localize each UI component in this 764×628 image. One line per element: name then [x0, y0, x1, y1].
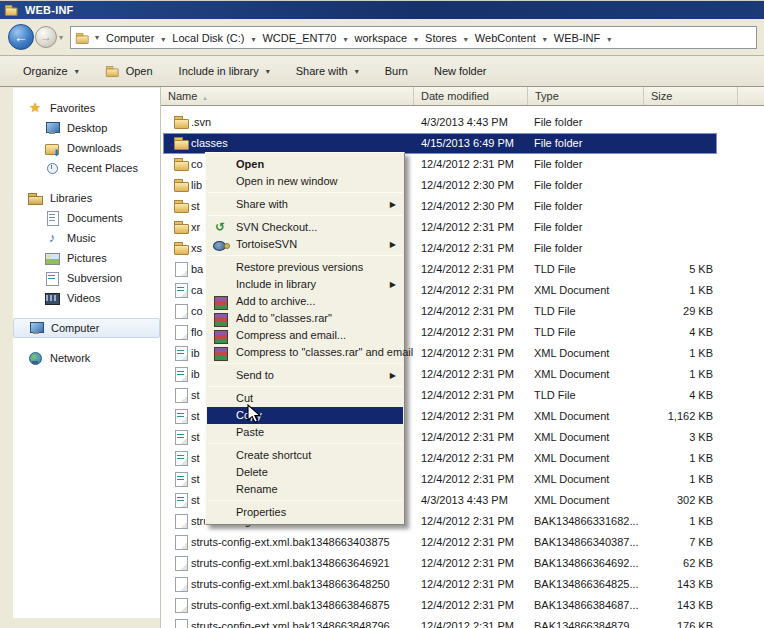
window-titlebar: WEB-INF	[0, 0, 764, 19]
file-type: XML Document	[534, 410, 609, 422]
menu-item-compress-to-classes-rar-and-email[interactable]: Compress to "classes.rar" and email	[206, 344, 404, 361]
file-row[interactable]: struts-config-ext.xml.bak134866364692112…	[161, 553, 764, 574]
menu-item-label: Open in new window	[236, 175, 338, 187]
commandbar-button-open[interactable]: Open	[96, 58, 162, 84]
breadcrumb-chevron-icon[interactable]: ▾	[410, 35, 422, 44]
menu-item-label: Cut	[236, 392, 253, 404]
back-button[interactable]: ←	[8, 24, 34, 50]
file-row[interactable]: struts-config-ext.xml.bak134866340387512…	[161, 532, 764, 553]
commandbar-button-label: Share with	[296, 65, 348, 77]
commandbar-button-organize[interactable]: Organize▾	[14, 60, 88, 82]
submenu-arrow-icon: ▶	[390, 196, 396, 213]
breadcrumb-chevron-icon[interactable]: ▾	[157, 35, 169, 44]
file-date-modified: 12/4/2012 2:31 PM	[421, 326, 514, 338]
file-icon	[173, 303, 189, 319]
sidebar-item-libraries[interactable]: Libraries	[13, 188, 160, 208]
breadcrumb-root-chevron-icon[interactable]: ▾	[91, 33, 103, 42]
file-name: st	[191, 200, 200, 212]
sidebar-item-recent-places[interactable]: Recent Places	[13, 158, 160, 178]
file-row[interactable]: struts-config-ext.xml.bak134866364825012…	[161, 574, 764, 595]
commandbar-button-share-with[interactable]: Share with▾	[287, 60, 368, 82]
breadcrumb-chevron-icon[interactable]: ▾	[539, 35, 551, 44]
address-bar[interactable]: ▾ Computer▾Local Disk (C:)▾WCDE_ENT70▾wo…	[70, 26, 757, 49]
breadcrumb-segment[interactable]: Stores	[422, 30, 460, 46]
file-size: 4 KB	[621, 389, 713, 401]
menu-item-rename[interactable]: Rename	[206, 481, 404, 498]
menu-item-properties[interactable]: Properties	[206, 504, 404, 521]
file-row[interactable]: struts-config-ext.xml.bak134866384879612…	[161, 616, 764, 628]
breadcrumb-segment[interactable]: Computer	[103, 30, 157, 46]
menu-item-compress-and-email[interactable]: Compress and email...	[206, 327, 404, 344]
menu-item-share-with[interactable]: Share with▶	[206, 196, 404, 213]
breadcrumb-segment[interactable]: WCDE_ENT70	[259, 30, 339, 46]
menu-item-add-to-archive[interactable]: Add to archive...	[206, 293, 404, 310]
commandbar-button-burn[interactable]: Burn	[376, 60, 417, 82]
menu-separator	[208, 386, 402, 387]
sidebar-item-desktop[interactable]: Desktop	[13, 118, 160, 138]
sidebar-item-music[interactable]: ♪Music	[13, 228, 160, 248]
breadcrumb-chevron-icon[interactable]: ▾	[460, 35, 472, 44]
window-folder-icon	[4, 3, 18, 17]
column-header-date-modified[interactable]: Date modified	[414, 87, 528, 105]
sidebar-item-documents[interactable]: Documents	[13, 208, 160, 228]
file-type: File folder	[534, 137, 582, 149]
sidebar-item-subversion[interactable]: Subversion	[13, 268, 160, 288]
menu-item-open-in-new-window[interactable]: Open in new window	[206, 173, 404, 190]
breadcrumb-segment[interactable]: Local Disk (C:)	[169, 30, 247, 46]
submenu-arrow-icon: ▶	[390, 236, 396, 253]
menu-item-svn-checkout[interactable]: ↺SVN Checkout...	[206, 219, 404, 236]
sidebar-item-label: Desktop	[67, 122, 107, 134]
file-type: File folder	[534, 158, 582, 170]
favorites-star-icon: ★	[27, 100, 43, 116]
sidebar-item-pictures[interactable]: Pictures	[13, 248, 160, 268]
sidebar-item-favorites[interactable]: ★Favorites	[13, 98, 160, 118]
menu-item-cut[interactable]: Cut	[206, 390, 404, 407]
menu-item-tortoisesvn[interactable]: TortoiseSVN▶	[206, 236, 404, 253]
forward-button[interactable]: →	[35, 26, 57, 48]
file-date-modified: 4/3/2013 4:43 PM	[421, 494, 508, 506]
column-header-name[interactable]: Name▴	[161, 87, 414, 105]
menu-item-paste[interactable]: Paste	[206, 424, 404, 441]
dropdown-chevron-icon: ▾	[266, 67, 270, 76]
menu-item-open[interactable]: Open	[206, 156, 404, 173]
sidebar-item-computer[interactable]: Computer	[13, 318, 160, 338]
file-type: XML Document	[534, 494, 609, 506]
sidebar-item-videos[interactable]: Videos	[13, 288, 160, 308]
network-icon	[27, 350, 43, 366]
commandbar-button-new-folder[interactable]: New folder	[425, 60, 496, 82]
file-size: 176 KB	[621, 620, 713, 628]
commandbar-button-include-in-library[interactable]: Include in library▾	[170, 60, 279, 82]
open-folder-icon	[105, 64, 119, 78]
column-header-type[interactable]: Type	[528, 87, 644, 105]
menu-item-add-to-classes-rar[interactable]: Add to "classes.rar"	[206, 310, 404, 327]
file-date-modified: 12/4/2012 2:31 PM	[421, 578, 514, 590]
breadcrumb-chevron-icon[interactable]: ▾	[603, 35, 615, 44]
menu-item-include-in-library[interactable]: Include in library▶	[206, 276, 404, 293]
menu-item-send-to[interactable]: Send to▶	[206, 367, 404, 384]
breadcrumb-segment[interactable]: WEB-INF	[551, 30, 603, 46]
column-header-size[interactable]: Size	[644, 87, 738, 105]
breadcrumb-chevron-icon[interactable]: ▾	[247, 35, 259, 44]
file-type: XML Document	[534, 284, 609, 296]
xml-icon	[173, 471, 189, 487]
file-size: 1,162 KB	[621, 410, 713, 422]
sidebar-item-network[interactable]: Network	[13, 348, 160, 368]
breadcrumb-chevron-icon[interactable]: ▾	[339, 35, 351, 44]
sidebar-item-downloads[interactable]: Downloads	[13, 138, 160, 158]
file-date-modified: 12/4/2012 2:31 PM	[421, 620, 514, 628]
history-dropdown-icon[interactable]: ▾	[59, 33, 63, 42]
file-row[interactable]: classes4/15/2013 6:49 PMFile folder	[161, 133, 764, 154]
file-date-modified: 12/4/2012 2:31 PM	[421, 221, 514, 233]
file-type: XML Document	[534, 347, 609, 359]
menu-item-create-shortcut[interactable]: Create shortcut	[206, 447, 404, 464]
file-row[interactable]: struts-config-ext.xml.bak134866384687512…	[161, 595, 764, 616]
breadcrumb-segment[interactable]: WebContent	[472, 30, 539, 46]
file-row[interactable]: .svn4/3/2013 4:43 PMFile folder	[161, 112, 764, 133]
menu-item-copy[interactable]: Copy	[207, 407, 403, 424]
menu-item-restore-previous-versions[interactable]: Restore previous versions	[206, 259, 404, 276]
menu-item-label: Compress to "classes.rar" and email	[236, 346, 413, 358]
file-date-modified: 12/4/2012 2:31 PM	[421, 305, 514, 317]
breadcrumb-segment[interactable]: workspace	[351, 30, 410, 46]
menu-item-delete[interactable]: Delete	[206, 464, 404, 481]
sidebar-item-label: Music	[67, 232, 96, 244]
